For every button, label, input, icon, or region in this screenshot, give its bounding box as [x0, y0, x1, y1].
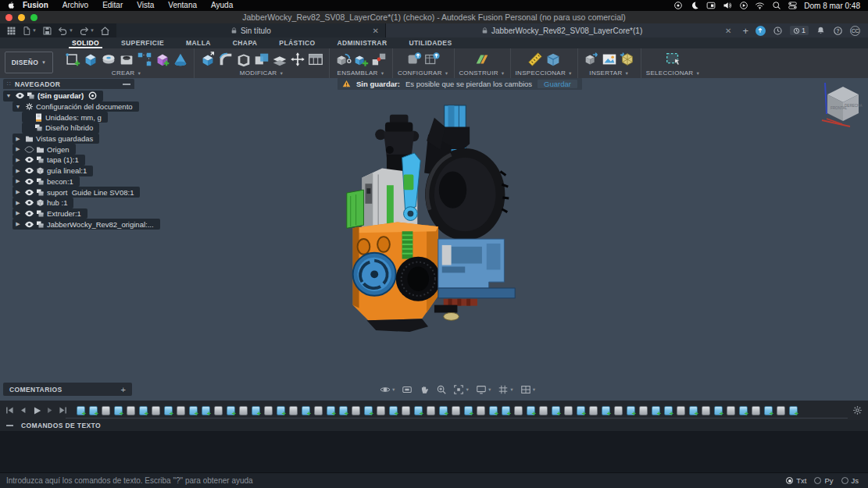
text-commands-header[interactable]: COMANDOS DE TEXTO	[0, 420, 868, 431]
timeline-settings-gear-icon[interactable]	[852, 405, 868, 415]
timeline-scrub-track[interactable]	[66, 418, 848, 419]
timeline-body-feature-icon[interactable]	[777, 406, 785, 415]
timeline-component-feature-icon[interactable]	[139, 406, 148, 415]
caret-right-icon[interactable]: ▶	[13, 157, 23, 163]
navigator-row[interactable]: Diseño híbrido	[22, 123, 99, 134]
navigator-row[interactable]: ▶Extruder:1	[13, 208, 88, 219]
configuration-icon[interactable]	[405, 50, 423, 69]
group-label-configurar[interactable]: CONFIGURAR▼	[398, 69, 449, 77]
close-tab-icon[interactable]: ✕	[725, 27, 731, 35]
timeline-body-feature-icon[interactable]	[639, 406, 648, 415]
create-form-icon[interactable]	[154, 50, 171, 69]
configuration-table-icon[interactable]	[423, 50, 441, 69]
timeline-component-feature-icon[interactable]	[414, 406, 423, 415]
ribbon-tab-chapa[interactable]: CHAPA	[222, 37, 269, 48]
group-label-seleccionar[interactable]: SELECCIONAR▼	[646, 69, 700, 77]
workspace-selector[interactable]: DISEÑO ▼	[5, 52, 53, 73]
model-part-cyan-lever[interactable]	[402, 153, 421, 221]
volume-icon[interactable]	[722, 1, 732, 11]
fit-icon[interactable]: ▼	[451, 383, 471, 396]
screen-mirror-icon[interactable]	[673, 1, 683, 11]
caret-right-icon[interactable]: ▶	[13, 146, 23, 152]
mode-radio-js[interactable]: Js	[841, 476, 859, 485]
hole-icon[interactable]	[118, 50, 135, 69]
text-command-input[interactable]	[6, 476, 786, 485]
cone-primitive-icon[interactable]	[172, 50, 189, 69]
caret-right-icon[interactable]: ▶	[13, 189, 23, 195]
redo-icon[interactable]: ▼	[77, 25, 96, 37]
search-icon[interactable]	[771, 1, 781, 11]
group-label-construir[interactable]: CONSTRUIR▼	[459, 69, 505, 77]
combine-icon[interactable]	[253, 50, 270, 69]
share-upload-icon[interactable]	[755, 26, 766, 36]
timeline-component-feature-icon[interactable]	[652, 406, 660, 415]
new-component-icon[interactable]	[352, 50, 370, 69]
user-avatar[interactable]: CC	[850, 26, 860, 36]
timeline-play-button[interactable]	[30, 404, 42, 416]
timeline-component-feature-icon[interactable]	[577, 406, 585, 415]
menubar-item-editar[interactable]: Editar	[95, 0, 130, 11]
timeline-body-feature-icon[interactable]	[477, 406, 485, 415]
caret-right-icon[interactable]: ▶	[13, 221, 23, 227]
ribbon-tab-utilidades[interactable]: UTILIDADES	[398, 37, 463, 48]
add-comment-button[interactable]: +	[121, 385, 126, 394]
move-copy-icon[interactable]	[289, 50, 306, 69]
timeline-body-feature-icon[interactable]	[314, 406, 323, 415]
timeline-body-feature-icon[interactable]	[264, 406, 273, 415]
change-parameters-icon[interactable]	[307, 50, 324, 69]
viewports-icon[interactable]: ▼	[518, 383, 538, 396]
select-window-icon[interactable]	[665, 50, 682, 69]
mode-radio-py[interactable]: Py	[814, 476, 833, 485]
navigator-row[interactable]: ▼Configuración del documento	[13, 102, 139, 112]
ribbon-tab-administrar[interactable]: ADMINISTRAR	[327, 37, 398, 48]
view-cube[interactable]: FRONTAL DERECHA	[819, 80, 866, 128]
timeline-skip-start-button[interactable]	[4, 404, 16, 416]
timeline-body-feature-icon[interactable]	[427, 406, 435, 415]
timeline-step-back-button[interactable]	[17, 404, 29, 416]
timeline-body-feature-icon[interactable]	[564, 406, 573, 415]
create-sketch-icon[interactable]	[64, 50, 81, 69]
timeline-component-feature-icon[interactable]	[552, 406, 560, 415]
timeline-component-feature-icon[interactable]	[602, 406, 610, 415]
stage-manager-icon[interactable]	[705, 1, 716, 11]
timeline-body-feature-icon[interactable]	[727, 406, 735, 415]
navigator-header[interactable]: ∷ NAVEGADOR	[3, 79, 134, 89]
timeline-body-feature-icon[interactable]	[377, 406, 385, 415]
caret-right-icon[interactable]: ▶	[13, 168, 23, 174]
timeline-step-forward-button[interactable]	[44, 404, 55, 416]
save-icon[interactable]	[41, 25, 54, 37]
ribbon-tab-superficie[interactable]: SUPERFICIE	[110, 37, 175, 48]
fillet-icon[interactable]	[217, 50, 234, 69]
caret-down-icon[interactable]: ▼	[3, 93, 14, 98]
radio-icon[interactable]	[786, 477, 793, 484]
timeline-component-feature-icon[interactable]	[689, 406, 698, 415]
timeline-component-feature-icon[interactable]	[764, 406, 773, 415]
caret-right-icon[interactable]: ▶	[13, 178, 23, 184]
apple-menu-icon[interactable]	[6, 1, 16, 10]
timeline-component-feature-icon[interactable]	[439, 406, 448, 415]
collapse-panel-icon[interactable]	[123, 84, 130, 85]
insert-derive-icon[interactable]	[583, 50, 600, 69]
timeline-body-feature-icon[interactable]	[589, 406, 598, 415]
radio-icon[interactable]	[841, 477, 848, 484]
zoom-icon[interactable]	[434, 383, 449, 396]
home-icon[interactable]	[98, 25, 112, 37]
timeline-component-feature-icon[interactable]	[502, 406, 510, 415]
app-grid-icon[interactable]	[5, 25, 18, 37]
timeline-component-feature-icon[interactable]	[77, 406, 85, 415]
timeline-body-feature-icon[interactable]	[214, 406, 223, 415]
timeline-skip-end-button[interactable]	[57, 404, 69, 416]
model-part-black-vent[interactable]	[396, 257, 441, 301]
eye-visible-icon[interactable]	[23, 189, 34, 196]
insert-mesh-icon[interactable]	[619, 50, 636, 69]
insert-component-icon[interactable]	[334, 50, 352, 69]
timeline-body-feature-icon[interactable]	[614, 406, 623, 415]
timeline-body-feature-icon[interactable]	[289, 406, 298, 415]
ribbon-tab-malla[interactable]: MALLA	[175, 37, 222, 48]
section-analysis-icon[interactable]	[545, 50, 562, 69]
save-button[interactable]: Guardar	[538, 80, 577, 88]
timeline-body-feature-icon[interactable]	[352, 406, 360, 415]
tab-jabberwocky[interactable]: JabberWocky_Rev82_SV08_LayerCore*(1) ✕	[386, 23, 738, 37]
navigator-row[interactable]: ▶JabberWocky_Rev82_original:...	[13, 219, 160, 230]
mode-radio-txt[interactable]: Txt	[786, 476, 806, 485]
